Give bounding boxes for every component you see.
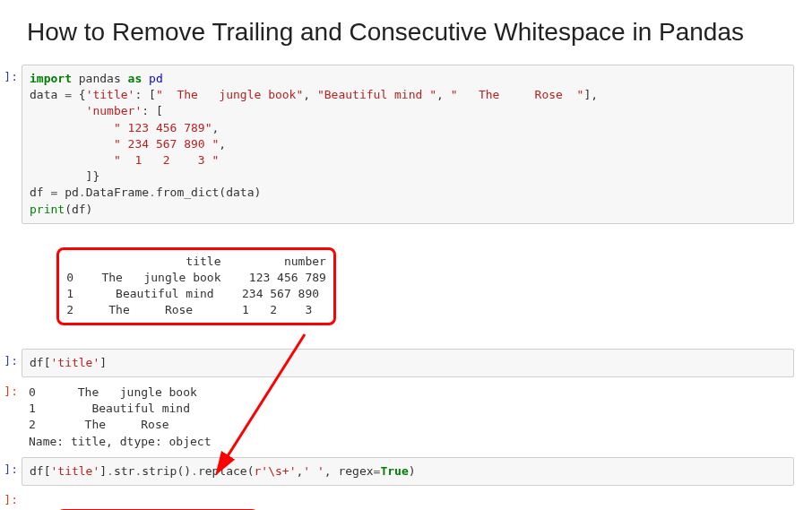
attr: str: [114, 464, 134, 478]
txt: ,: [436, 88, 451, 101]
txt: {: [72, 88, 86, 101]
fn: from_dict: [156, 186, 219, 199]
out-prompt-blank: [0, 226, 22, 347]
txt: ,: [303, 88, 317, 101]
txt: : [: [134, 88, 155, 101]
txt: (: [247, 464, 255, 478]
txt: ): [409, 464, 416, 478]
str: "Beautiful mind ": [317, 88, 436, 101]
txt: (df): [65, 203, 92, 216]
txt: , regex: [324, 464, 374, 478]
code-input-3[interactable]: df['title'].str.strip().replace(r'\s+','…: [22, 457, 794, 486]
output-cell-1: title number 0 The jungle book 123 456 7…: [0, 226, 794, 347]
out-prompt: ]:: [0, 379, 22, 455]
str: 'title': [86, 88, 135, 101]
txt: : [: [142, 104, 162, 117]
op: =: [65, 88, 72, 101]
builtin-print: print: [30, 203, 65, 216]
in-prompt: ]:: [0, 65, 22, 224]
code-cell-2: ]: df['title']: [0, 349, 794, 377]
str: 'number': [86, 104, 143, 117]
in-prompt: ]:: [0, 457, 22, 486]
txt: ]: [99, 356, 107, 369]
op: .: [107, 464, 114, 478]
fn: strip: [142, 464, 177, 478]
output-1: title number 0 The jungle book 123 456 7…: [22, 226, 794, 347]
kw-as: as: [128, 72, 143, 85]
txt: [30, 104, 86, 117]
output-text-1: title number 0 The jungle book 123 456 7…: [66, 255, 326, 317]
str: ' ': [303, 464, 324, 478]
op: .: [79, 186, 86, 199]
txt: ]}: [30, 169, 99, 183]
fn: replace: [198, 464, 247, 478]
code-cell-1: ]: import pandas as pd data = {'title': …: [0, 65, 794, 224]
txt: pd: [57, 186, 78, 199]
output-2: 0 The jungle book 1 Beautiful mind 2 The…: [22, 379, 794, 455]
page-title: How to Remove Trailing and Consecutive W…: [27, 18, 794, 47]
txt: ,: [219, 137, 226, 151]
str: " 123 456 789": [114, 121, 212, 134]
op: .: [191, 464, 198, 478]
txt: (): [177, 464, 191, 478]
txt: [30, 137, 114, 151]
txt: ,: [212, 121, 220, 134]
txt: ],: [583, 88, 598, 101]
code-input-1[interactable]: import pandas as pd data = {'title': [" …: [22, 65, 794, 224]
txt: [30, 121, 114, 134]
output-cell-2: ]: 0 The jungle book 1 Beautiful mind 2 …: [0, 379, 794, 455]
out-prompt: ]:: [0, 488, 22, 510]
highlight-box-1: title number 0 The jungle book 123 456 7…: [56, 247, 336, 325]
str: " The Rose ": [451, 88, 584, 101]
alias: pd: [142, 72, 162, 85]
txt: pandas: [72, 72, 128, 85]
txt: data: [30, 88, 65, 101]
code-input-2[interactable]: df['title']: [22, 349, 794, 377]
txt: df[: [30, 356, 50, 369]
str: " 1 2 3 ": [114, 153, 219, 167]
in-prompt: ]:: [0, 349, 22, 377]
str: " 234 567 890 ": [114, 137, 219, 151]
str: 'title': [50, 356, 99, 369]
txt: df: [30, 186, 50, 199]
cls: DataFrame: [86, 186, 149, 199]
output-3: 0 The jungle book 1 Beautiful mind 2 The…: [22, 488, 794, 510]
output-cell-3: ]: 0 The jungle book 1 Beautiful mind 2 …: [0, 488, 794, 510]
txt: df[: [30, 464, 50, 478]
txt: ]: [99, 464, 107, 478]
txt: [30, 153, 114, 167]
txt: (data): [219, 186, 261, 199]
str: 'title': [50, 464, 99, 478]
op: .: [149, 186, 156, 199]
str: r'\s+': [255, 464, 297, 478]
str: " The jungle book": [156, 88, 303, 101]
kw-import: import: [30, 72, 72, 85]
kw-true: True: [380, 464, 408, 478]
code-cell-3: ]: df['title'].str.strip().replace(r'\s+…: [0, 457, 794, 486]
